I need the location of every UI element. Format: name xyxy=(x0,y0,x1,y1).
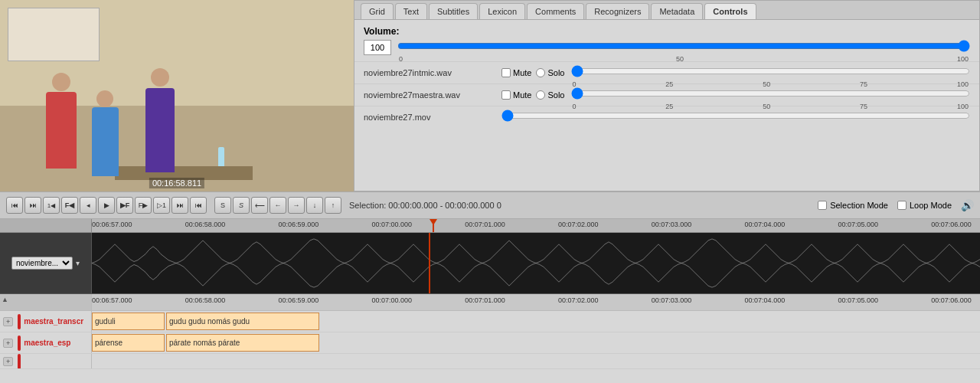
waveform-track-label: noviembre... ▾ xyxy=(0,233,92,293)
track-volume-slider-1[interactable] xyxy=(571,65,971,77)
ruler-label-4: 00:07:01.000 xyxy=(465,221,505,228)
btn-snap-up[interactable]: ↑ xyxy=(325,197,341,214)
btn-to-end[interactable]: ⏮ xyxy=(190,197,207,214)
mute-checkbox-2[interactable] xyxy=(501,90,511,100)
video-timestamp: 00:16:58.811 xyxy=(149,178,204,188)
volume-slider[interactable] xyxy=(397,40,970,52)
annotation-content-1: guduli gudu gudu nomás gudu xyxy=(92,311,980,332)
btn-to-start[interactable]: ⏮ xyxy=(6,197,23,214)
solo-label-1[interactable]: Solo xyxy=(536,68,564,77)
track-row-1: noviembre27intmic.wav Mute Solo 0 xyxy=(354,61,979,83)
tick-50: 50 xyxy=(676,55,684,63)
btn-snap-s[interactable]: S xyxy=(214,197,231,214)
annotation-track-3: + xyxy=(0,354,980,369)
volume-label: Volume: xyxy=(364,26,970,37)
selection-mode-checkbox[interactable] xyxy=(818,201,827,210)
tab-lexicon[interactable]: Lexicon xyxy=(479,3,525,19)
mute-text-1: Mute xyxy=(513,68,531,77)
speaker-icon[interactable]: 🔊 xyxy=(961,199,974,211)
tab-recognizers[interactable]: Recognizers xyxy=(586,3,649,19)
ann-ruler-7: 00:07:04.000 xyxy=(745,296,786,304)
timeline-section: 00:06:57.000 00:06:58.000 00:06:59.000 0… xyxy=(0,219,980,294)
mute-text-2: Mute xyxy=(513,90,531,100)
track-volume-slider-3[interactable] xyxy=(501,110,970,122)
btn-snap-italic-s[interactable]: S xyxy=(233,197,250,214)
volume-value[interactable]: 100 xyxy=(364,40,391,55)
timeline-ruler: 00:06:57.000 00:06:58.000 00:06:59.000 0… xyxy=(0,219,980,233)
btn-forward[interactable]: ▶F xyxy=(116,197,133,214)
loop-mode-checkbox[interactable] xyxy=(897,201,906,210)
track-row-2: noviembre27maestra.wav Mute Solo 0 xyxy=(354,83,979,106)
ann-ruler-2: 00:06:59.000 xyxy=(279,296,319,304)
btn-snap-right[interactable]: → xyxy=(288,197,305,214)
btn-back[interactable]: ◂ xyxy=(80,197,96,214)
solo-radio-2[interactable] xyxy=(536,90,545,100)
solo-radio-1[interactable] xyxy=(536,68,545,77)
ruler-label-9: 00:07:06.000 xyxy=(931,221,972,228)
track-color-3 xyxy=(18,354,21,369)
tab-grid[interactable]: Grid xyxy=(361,3,394,19)
track-selector[interactable]: noviembre... xyxy=(11,257,73,270)
person-figure-2 xyxy=(92,107,119,176)
person-figure-3 xyxy=(145,88,175,172)
tab-text[interactable]: Text xyxy=(395,3,427,19)
add-tier-btn-3[interactable]: + xyxy=(3,357,13,366)
annotation-segment-2-0[interactable]: párense xyxy=(92,334,165,352)
loop-mode-text: Loop Mode xyxy=(910,201,952,210)
track-3-slider-area xyxy=(501,110,970,125)
ruler-label-7: 00:07:04.000 xyxy=(745,221,786,228)
track-label-text-2[interactable]: maestra_esp xyxy=(24,339,70,347)
segment-text-1-0: guduli xyxy=(95,317,116,326)
annotation-segment-1-1[interactable]: gudu gudu nomás gudu xyxy=(166,313,319,330)
track-slider-1: 0 25 50 75 100 xyxy=(571,65,971,80)
ruler-labels-area: 00:06:57.000 00:06:58.000 00:06:59.000 0… xyxy=(92,219,980,232)
tab-comments[interactable]: Comments xyxy=(527,3,584,19)
solo-label-2[interactable]: Solo xyxy=(536,90,564,100)
track-volume-slider-2[interactable] xyxy=(571,87,971,100)
dropdown-arrow: ▾ xyxy=(76,259,80,267)
mute-label-1[interactable]: Mute xyxy=(501,68,531,77)
btn-play[interactable]: ▶ xyxy=(98,197,115,214)
tab-controls[interactable]: Controls xyxy=(704,3,756,19)
ruler-label-2: 00:06:59.000 xyxy=(279,221,319,228)
volume-row: 100 0 50 100 xyxy=(364,40,970,55)
volume-ticks: 0 50 100 xyxy=(397,55,970,63)
annotation-track-1: + maestra_transcr guduli gudu gudu nomás… xyxy=(0,311,980,332)
btn-next-seg[interactable]: ⏭ xyxy=(172,197,188,214)
btn-fast-back[interactable]: F◀ xyxy=(61,197,78,214)
btn-snap-arrows[interactable]: ← xyxy=(270,197,286,214)
ann-ruler-9: 00:07:06.000 xyxy=(931,296,972,304)
add-tier-btn-1[interactable]: + xyxy=(3,317,13,326)
annotation-segment-2-1[interactable]: párate nomás párate xyxy=(166,334,319,352)
tab-metadata[interactable]: Metadata xyxy=(651,3,703,19)
btn-snap-down[interactable]: ↓ xyxy=(306,197,323,214)
add-tier-btn-2[interactable]: + xyxy=(3,339,13,348)
track-row-3: noviembre27.mov xyxy=(354,106,979,128)
ann-ruler-8: 00:07:05.000 xyxy=(838,296,878,304)
btn-next-frame[interactable]: ▷1 xyxy=(153,197,170,214)
annotation-track-label-2: + maestra_esp xyxy=(0,332,92,353)
waveform-canvas[interactable]: // Will be rendered as static SVG path xyxy=(92,233,980,293)
btn-snap-left[interactable]: ⟵ xyxy=(251,197,268,214)
btn-prev-seg[interactable]: ⏭ xyxy=(24,197,41,214)
loop-mode-label: Loop Mode xyxy=(897,201,952,210)
annotation-section: ▲ 00:06:57.000 00:06:58.000 00:06:59.000… xyxy=(0,294,980,383)
transport-bar: ⏮ ⏭ 1◀ F◀ ◂ ▶ ▶F F▶ ▷1 ⏭ ⏮ S S ⟵ ← → ↓ ↑… xyxy=(0,192,980,219)
btn-prev-frame[interactable]: 1◀ xyxy=(43,197,60,214)
mute-checkbox-1[interactable] xyxy=(501,68,511,77)
tab-subtitles[interactable]: Subtitles xyxy=(429,3,478,19)
controls-panel: Grid Text Subtitles Lexicon Comments Rec… xyxy=(354,0,980,192)
annotation-segment-1-0[interactable]: guduli xyxy=(92,313,165,330)
ann-ruler-6: 00:07:03.000 xyxy=(652,296,692,304)
waveform-area: noviembre... ▾ // Will be rendered as xyxy=(0,233,980,294)
annotation-ruler-spacer: ▲ xyxy=(0,294,92,310)
track-label-text-1[interactable]: maestra_transcr xyxy=(24,317,83,326)
selection-mode-text: Selection Mode xyxy=(830,201,888,210)
person-figure-1 xyxy=(46,92,77,169)
annotation-track-label-1: + maestra_transcr xyxy=(0,311,92,332)
bottom-section: 00:06:57.000 00:06:58.000 00:06:59.000 0… xyxy=(0,219,980,383)
annotation-ruler-labels: 00:06:57.000 00:06:58.000 00:06:59.000 0… xyxy=(92,294,980,310)
expand-icon[interactable]: ▲ xyxy=(2,296,8,303)
btn-fast-fwd[interactable]: F▶ xyxy=(135,197,152,214)
mute-label-2[interactable]: Mute xyxy=(501,90,531,100)
